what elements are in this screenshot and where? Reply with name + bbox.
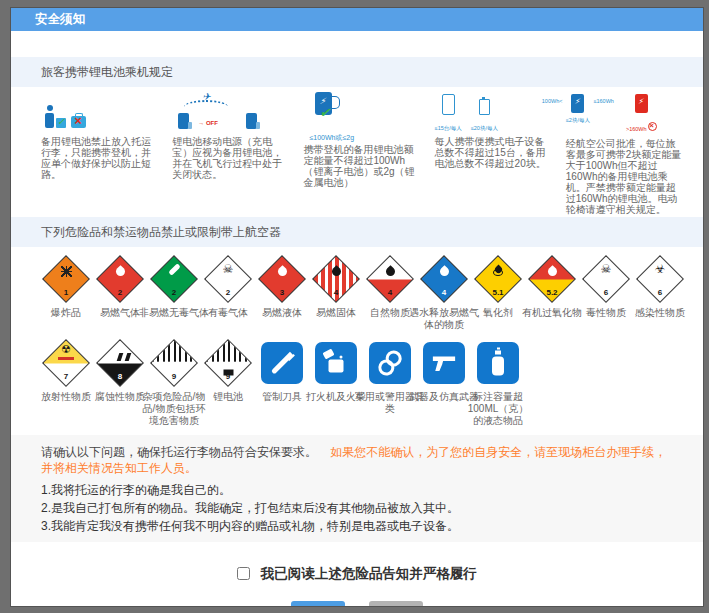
battery-icon	[571, 94, 584, 113]
battery-rule-item: ≤100Wh或≤2g 携带登机的备用锂电池额定能量不得超过100Wh（锂离子电池…	[303, 92, 422, 215]
hazard-item: 9 杂项危险品/物品/物质包括环境危害物质	[147, 331, 201, 427]
battery-icon	[479, 99, 490, 115]
hazard-flammable-gas-icon: 2	[96, 255, 144, 303]
hazard-flammable-liquid-icon: 3	[258, 255, 306, 303]
hazard-class-number: 9	[204, 372, 252, 381]
hazard-class-number: 4	[312, 288, 360, 297]
hazard-oxidizer-icon: 5.1	[474, 255, 522, 303]
hazard-row-2: 7 放射性物质 8 腐蚀性物质 9 杂项危险品/物品/物质包括环境危害物质	[11, 331, 703, 427]
safety-notice-dialog: 安全须知 旅客携带锂电池乘机规定 备用锂电池禁止放入托运行李，只能携带登机，并应…	[10, 7, 704, 607]
back-button[interactable]: 返回	[291, 601, 345, 607]
battery-rule-text: 备用锂电池禁止放入托运行李，只能携带登机，并应单个做好保护以防止短路。	[41, 136, 160, 180]
powerbank-off-icon: OFF	[172, 92, 291, 134]
hazard-toxic-icon: 6	[582, 255, 630, 303]
handcuffs-icon	[369, 342, 411, 384]
over-limit-caption: >160Wh	[626, 126, 647, 133]
confirm-section: 请确认以下问题，确保托运行李物品符合安保要求。 如果您不能确认，为了您的自身安全…	[11, 435, 703, 542]
carry-on-bag-check-icon	[56, 118, 66, 128]
confirm-button[interactable]: 确定	[369, 601, 423, 607]
hazard-class-number: 6	[636, 288, 684, 297]
flame-symbol	[312, 263, 360, 279]
hazard-corrosive-icon: 8	[96, 339, 144, 387]
hazard-class-number: 1	[42, 288, 90, 297]
lighter-symbol	[329, 359, 344, 372]
hazard-label: 感染性物质	[625, 307, 695, 319]
bottle-symbol	[492, 356, 504, 375]
hazard-class-number: 8	[96, 372, 144, 381]
agree-row: 我已阅读上述危险品告知并严格履行	[11, 564, 703, 583]
hazard-toxic-gas-icon: 2	[204, 255, 252, 303]
hazard-class-number: 9	[150, 372, 198, 381]
hazard-class-number: 6	[582, 288, 630, 297]
hazard-item: 标注容量超100ML（克）的液态物品	[471, 331, 525, 427]
explosion-symbol	[42, 264, 90, 280]
hazard-nonflammable-gas-icon: 2	[150, 255, 198, 303]
confirm-intro: 请确认以下问题，确保托运行李物品符合安保要求。 如果您不能确认，为了您的自身安全…	[41, 444, 673, 476]
battery-limit-caption: ≤100Wh或≤2g	[309, 134, 422, 142]
confirm-list-item: 3.我能肯定我没有携带任何我不明内容的赠品或礼物，特别是电器或电子设备。	[41, 517, 673, 535]
battery-limit-caption: ≤20块/每人	[471, 125, 498, 131]
flame-symbol	[528, 263, 576, 279]
flame-symbol	[96, 263, 144, 279]
phone-icon	[442, 94, 455, 115]
hazard-organic-peroxide-icon: 5.2	[528, 255, 576, 303]
corrosive-symbol	[96, 348, 144, 364]
flame-over-circle-symbol	[474, 260, 522, 276]
hazard-class-number: 2	[96, 288, 144, 297]
skull-symbol	[582, 263, 630, 275]
dotted-arc-icon	[184, 100, 228, 114]
biohazard-symbol	[636, 263, 684, 275]
battery-limit-group: ≤20块/每人	[471, 99, 498, 134]
battery-rule-text: 每人携带便携式电子设备总数不得超过15台，备用电池总数不得超过20块。	[435, 136, 554, 169]
gun-icon	[423, 342, 465, 384]
battery-rule-item: 100Wh< ≤160Wh ≤2块/每人 >160Wh 经航空公司批准，每位旅客…	[566, 92, 685, 215]
battery-icon	[635, 94, 648, 113]
lighter-icon	[315, 342, 357, 384]
hazard-section-bar: 下列危险品和禁运物品禁止或限制带上航空器	[11, 217, 703, 247]
flame-symbol	[366, 263, 414, 279]
hazard-item: 9 锂电池	[201, 331, 255, 427]
approved-battery-group: 100Wh< ≤160Wh ≤2块/每人	[566, 94, 590, 124]
phone-limit-caption: ≤15台/每人	[435, 125, 462, 131]
gun-symbol	[433, 355, 456, 371]
phone-limit-group: ≤15台/每人	[435, 94, 462, 134]
hazard-class-number: 7	[42, 372, 90, 381]
battery-section-title: 旅客携带锂电池乘机规定	[41, 65, 173, 79]
forbidden-battery-group: >160Wh	[626, 94, 657, 135]
battery-rule-text: 锂电池移动电源（充电宝）应视为备用锂电池，并在飞机飞行过程中处于关闭状态。	[172, 136, 291, 180]
hazard-flammable-solid-icon: 4	[312, 255, 360, 303]
hazard-spontaneous-combustible-icon: 4	[366, 255, 414, 303]
battery-range-icon: 100Wh< ≤160Wh ≤2块/每人 >160Wh	[566, 92, 685, 136]
hazard-explosive-icon: 1	[42, 255, 90, 303]
liquid-bottle-icon	[477, 342, 519, 384]
hazard-item: 军用或警用器具类	[363, 331, 417, 427]
hazard-class-number: 2	[150, 288, 198, 297]
handcuffs-symbol	[374, 348, 406, 378]
off-label: OFF	[198, 120, 218, 126]
confirm-intro-text: 请确认以下问题，确保托运行李物品符合安保要求。	[41, 445, 317, 459]
confirm-list: 1.我将托运的行李的确是我自己的。 2.是我自己打包所有的物品。我能确定，打包结…	[41, 481, 673, 535]
hazard-lithium-battery-icon: 9	[204, 339, 252, 387]
battery-rules-row: 备用锂电池禁止放入托运行李，只能携带登机，并应单个做好保护以防止短路。 OFF …	[11, 87, 703, 217]
agree-label: 我已阅读上述危险品告知并严格履行	[261, 566, 477, 581]
knife-symbol	[271, 352, 293, 374]
devices-limit-icon: ≤15台/每人 ≤20块/每人	[435, 92, 554, 134]
agree-checkbox[interactable]	[237, 567, 250, 580]
hazard-label: 标注容量超100ML（克）的液态物品	[463, 391, 533, 427]
confirm-list-item: 2.是我自己打包所有的物品。我能确定，打包结束后没有其他物品被放入其中。	[41, 499, 673, 517]
battery-rule-item: OFF 锂电池移动电源（充电宝）应视为备用锂电池，并在飞机飞行过程中处于关闭状态…	[172, 92, 291, 215]
battery-rule-text: 经航空公司批准，每位旅客最多可携带2块额定能量大于100Wh但不超过160Wh的…	[566, 138, 685, 215]
battery-rule-text: 携带登机的备用锂电池额定能量不得超过100Wh（锂离子电池）或2g（锂金属电池）	[303, 144, 422, 188]
confirm-list-item: 1.我将托运的行李的确是我自己的。	[41, 481, 673, 499]
flame-symbol	[258, 263, 306, 279]
hazard-miscellaneous-icon: 9	[150, 339, 198, 387]
gas-cylinder-symbol	[150, 263, 198, 279]
hazard-item: 7 放射性物质	[39, 331, 93, 427]
hazard-class-number: 4	[366, 288, 414, 297]
hazard-section-title: 下列危险品和禁运物品禁止或限制带上航空器	[41, 225, 281, 239]
pieces-limit-caption: ≤2块/每人	[566, 117, 590, 124]
hazard-class-number: 2	[204, 288, 252, 297]
skull-symbol	[204, 263, 252, 275]
hazard-class-number: 5.1	[474, 288, 522, 297]
powerbank-icon	[246, 113, 257, 129]
